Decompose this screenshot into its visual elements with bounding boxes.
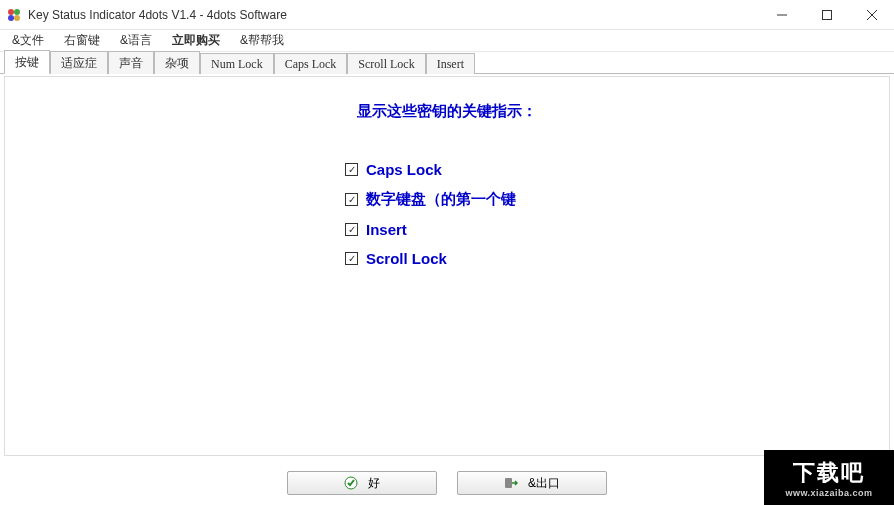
exit-icon <box>504 476 518 490</box>
checklist: ✓Caps Lock✓数字键盘（的第一个键✓Insert✓Scroll Lock <box>345 161 889 267</box>
check-row-3: ✓Scroll Lock <box>345 250 889 267</box>
menu-item-4[interactable]: &帮帮我 <box>236 30 288 51</box>
tab-0[interactable]: 按键 <box>4 50 50 74</box>
content-panel: 显示这些密钥的关键指示： ✓Caps Lock✓数字键盘（的第一个键✓Inser… <box>4 76 890 456</box>
checkbox-3[interactable]: ✓ <box>345 252 358 265</box>
exit-button[interactable]: &出口 <box>457 471 607 495</box>
svg-rect-5 <box>822 10 831 19</box>
check-row-1: ✓数字键盘（的第一个键 <box>345 190 889 209</box>
tab-1[interactable]: 适应症 <box>50 51 108 74</box>
menu-item-2[interactable]: &语言 <box>116 30 156 51</box>
watermark: 下载吧 www.xiazaiba.com <box>764 450 894 505</box>
watermark-url: www.xiazaiba.com <box>785 488 872 498</box>
check-icon <box>344 476 358 490</box>
check-label-3: Scroll Lock <box>366 250 447 267</box>
panel-heading: 显示这些密钥的关键指示： <box>5 102 889 121</box>
ok-button[interactable]: 好 <box>287 471 437 495</box>
checkbox-2[interactable]: ✓ <box>345 223 358 236</box>
tab-5[interactable]: Caps Lock <box>274 53 348 74</box>
tabbar: 按键适应症声音杂项Num LockCaps LockScroll LockIns… <box>0 52 894 74</box>
check-row-2: ✓Insert <box>345 221 889 238</box>
checkbox-0[interactable]: ✓ <box>345 163 358 176</box>
app-icon <box>6 7 22 23</box>
watermark-text: 下载吧 <box>793 458 865 488</box>
checkbox-1[interactable]: ✓ <box>345 193 358 206</box>
menu-item-3[interactable]: 立即购买 <box>168 30 224 51</box>
svg-point-0 <box>8 9 14 15</box>
tab-6[interactable]: Scroll Lock <box>347 53 425 74</box>
maximize-button[interactable] <box>804 0 849 29</box>
window-controls <box>759 0 894 29</box>
tab-7[interactable]: Insert <box>426 53 475 74</box>
tab-4[interactable]: Num Lock <box>200 53 274 74</box>
check-row-0: ✓Caps Lock <box>345 161 889 178</box>
check-label-2: Insert <box>366 221 407 238</box>
titlebar: Key Status Indicator 4dots V1.4 - 4dots … <box>0 0 894 30</box>
check-label-0: Caps Lock <box>366 161 442 178</box>
close-button[interactable] <box>849 0 894 29</box>
svg-point-2 <box>8 15 14 21</box>
button-bar: 好 &出口 <box>0 471 894 495</box>
tab-2[interactable]: 声音 <box>108 51 154 74</box>
menubar: &文件右窗键&语言立即购买&帮帮我 <box>0 30 894 52</box>
menu-item-1[interactable]: 右窗键 <box>60 30 104 51</box>
minimize-button[interactable] <box>759 0 804 29</box>
svg-point-3 <box>14 15 20 21</box>
exit-button-label: &出口 <box>528 475 560 492</box>
tab-3[interactable]: 杂项 <box>154 51 200 74</box>
svg-rect-9 <box>505 478 512 488</box>
ok-button-label: 好 <box>368 475 380 492</box>
svg-point-1 <box>14 9 20 15</box>
check-label-1: 数字键盘（的第一个键 <box>366 190 516 209</box>
window-title: Key Status Indicator 4dots V1.4 - 4dots … <box>28 8 759 22</box>
menu-item-0[interactable]: &文件 <box>8 30 48 51</box>
